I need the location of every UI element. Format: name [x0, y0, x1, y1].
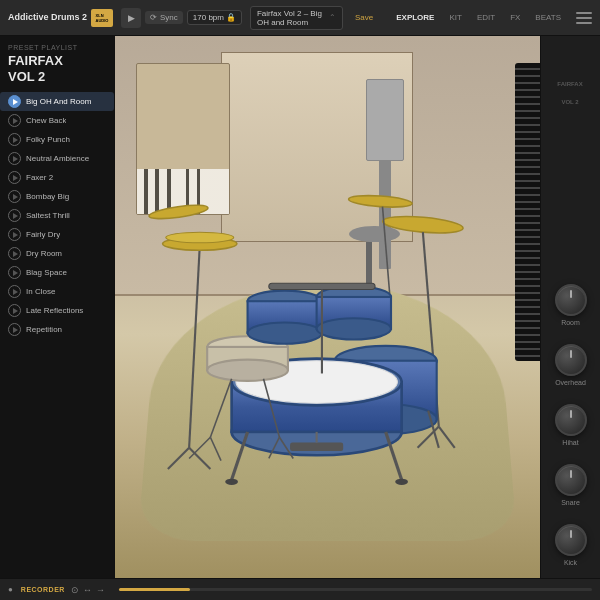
- right-panel: FAIRFAXVOL 2 Room Overhead Hihat Snare K…: [540, 36, 600, 578]
- kick-knob-label: Kick: [564, 559, 577, 566]
- kick-knob-section: Kick: [555, 524, 587, 566]
- play-button[interactable]: ▶: [121, 8, 141, 28]
- recorder-controls: ⊙ ↔ →: [71, 585, 105, 595]
- svg-point-27: [207, 360, 288, 381]
- play-triangle-icon: [13, 308, 18, 314]
- svg-point-23: [226, 479, 239, 485]
- list-item[interactable]: Fairly Dry: [0, 225, 114, 244]
- main-content: Preset playlist FAIRFAX VOL 2 Big OH And…: [0, 36, 600, 578]
- sidebar-header: Preset playlist FAIRFAX VOL 2: [0, 36, 114, 88]
- play-icon: [8, 228, 21, 241]
- play-icon: [8, 190, 21, 203]
- play-triangle-icon: [13, 156, 18, 162]
- svg-rect-42: [290, 443, 343, 452]
- item-label: Neutral Ambience: [26, 154, 89, 163]
- item-label: Faxer 2: [26, 173, 53, 182]
- play-icon: [8, 209, 21, 222]
- midi-icon[interactable]: ↔: [83, 585, 92, 595]
- svg-point-5: [149, 203, 209, 222]
- play-icon: [8, 114, 21, 127]
- room-knob[interactable]: [555, 284, 587, 316]
- list-item[interactable]: Big OH And Room: [0, 92, 114, 111]
- play-triangle-icon: [13, 213, 18, 219]
- hihat-knob[interactable]: [555, 404, 587, 436]
- top-bar: Addictive Drums 2 XLNAUDIO ▶ ⟳ Sync 170 …: [0, 0, 600, 36]
- tab-fx[interactable]: FX: [503, 10, 527, 25]
- svg-point-36: [248, 323, 322, 344]
- play-icon: [8, 133, 21, 146]
- tab-explore[interactable]: EXPLORE: [389, 10, 441, 25]
- svg-point-10: [348, 194, 412, 209]
- play-triangle-icon: [13, 251, 18, 257]
- xln-logo: XLNAUDIO: [91, 9, 113, 27]
- snare-knob-section: Snare: [555, 464, 587, 506]
- snare-knob[interactable]: [555, 464, 587, 496]
- svg-line-0: [189, 246, 200, 448]
- item-label: Chew Back: [26, 116, 66, 125]
- list-item[interactable]: Chew Back: [0, 111, 114, 130]
- svg-rect-40: [269, 283, 375, 289]
- kick-knob[interactable]: [555, 524, 587, 556]
- recorder-timeline[interactable]: [119, 588, 592, 591]
- play-triangle-icon: [13, 327, 18, 333]
- item-label: In Close: [26, 287, 55, 296]
- item-label: Late Reflections: [26, 306, 83, 315]
- list-item[interactable]: Saltest Thrill: [0, 206, 114, 225]
- svg-point-4: [166, 232, 234, 243]
- list-item[interactable]: Repetition: [0, 320, 114, 339]
- bpm-display[interactable]: 170 bpm 🔒: [187, 10, 242, 25]
- list-item[interactable]: Dry Room: [0, 244, 114, 263]
- item-label: Dry Room: [26, 249, 62, 258]
- recorder-bar: ● RECORDER ⊙ ↔ →: [0, 578, 600, 600]
- svg-line-1: [168, 448, 189, 469]
- play-icon: [8, 95, 21, 108]
- svg-point-24: [396, 479, 409, 485]
- list-item[interactable]: Neutral Ambience: [0, 149, 114, 168]
- room-knob-label: Room: [561, 319, 580, 326]
- svg-line-28: [211, 379, 232, 437]
- preset-name: Fairfax Vol 2 – Big OH and Room: [257, 9, 325, 27]
- play-triangle-icon: [13, 118, 18, 124]
- list-item[interactable]: In Close: [0, 282, 114, 301]
- item-label: Blag Space: [26, 268, 67, 277]
- play-icon: [8, 266, 21, 279]
- list-item[interactable]: Bombay Big: [0, 187, 114, 206]
- sidebar: Preset playlist FAIRFAX VOL 2 Big OH And…: [0, 36, 115, 578]
- list-item[interactable]: Faxer 2: [0, 168, 114, 187]
- sync-button[interactable]: ⟳ Sync: [145, 11, 183, 24]
- preset-selector[interactable]: Fairfax Vol 2 – Big OH and Room ⌃: [250, 6, 343, 30]
- list-item[interactable]: Late Reflections: [0, 301, 114, 320]
- list-item[interactable]: Folky Punch: [0, 130, 114, 149]
- item-label: Fairly Dry: [26, 230, 60, 239]
- overhead-knob-section: Overhead: [555, 344, 587, 386]
- transport-controls: ▶ ⟳ Sync 170 bpm 🔒: [121, 8, 242, 28]
- room-knob-section: Room: [555, 284, 587, 326]
- sync-label: Sync: [160, 13, 178, 22]
- save-button[interactable]: Save: [351, 11, 377, 24]
- item-label: Repetition: [26, 325, 62, 334]
- svg-point-39: [317, 318, 391, 339]
- list-item[interactable]: Blag Space: [0, 263, 114, 282]
- overhead-knob[interactable]: [555, 344, 587, 376]
- hihat-knob-label: Hihat: [562, 439, 578, 446]
- menu-button[interactable]: [576, 11, 592, 25]
- play-icon: [8, 323, 21, 336]
- drum-kit: [136, 90, 497, 551]
- play-icon: [8, 171, 21, 184]
- tab-edit[interactable]: EDIT: [470, 10, 502, 25]
- app-container: Addictive Drums 2 XLNAUDIO ▶ ⟳ Sync 170 …: [0, 0, 600, 600]
- bpm-value: 170 bpm: [193, 13, 224, 22]
- svg-line-31: [211, 437, 222, 460]
- recorder-label: RECORDER: [21, 586, 65, 593]
- forward-icon[interactable]: →: [96, 585, 105, 595]
- playlist-label: Preset playlist: [8, 44, 106, 51]
- item-label: Bombay Big: [26, 192, 69, 201]
- record-icon[interactable]: ⊙: [71, 585, 79, 595]
- play-triangle-icon: [13, 232, 18, 238]
- play-triangle-icon: [13, 175, 18, 181]
- svg-line-30: [189, 437, 210, 458]
- play-triangle-icon: [13, 99, 18, 105]
- tab-kit[interactable]: KIT: [442, 10, 468, 25]
- overhead-knob-label: Overhead: [555, 379, 586, 386]
- tab-beats[interactable]: BEATS: [528, 10, 568, 25]
